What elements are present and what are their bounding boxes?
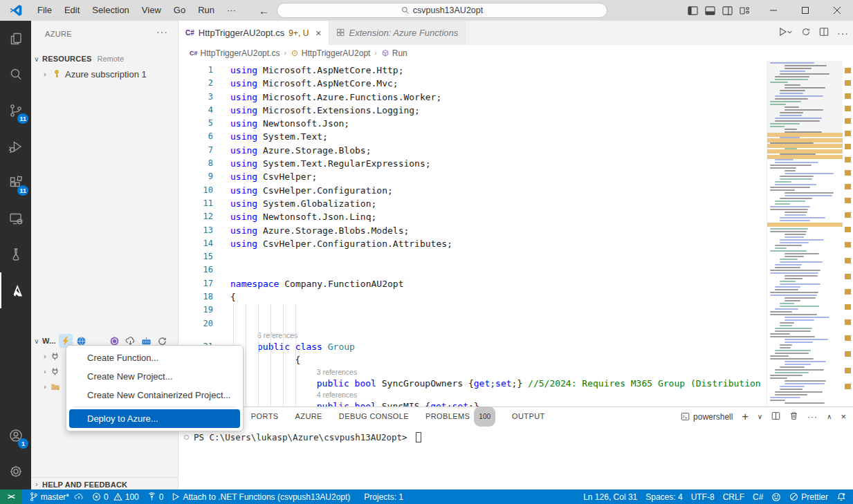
code-line[interactable]: 7using Azure.Storage.Blobs; — [178, 144, 767, 157]
code-line[interactable]: 21public class Group — [178, 340, 767, 353]
debug-target-item[interactable]: Attach to .NET Functions (csvpush13AU2op… — [167, 489, 354, 504]
code-line[interactable]: 4using Microsoft.Extensions.Logging; — [178, 104, 767, 117]
terminal-content[interactable]: PS C:\Users\lukasp\Azure\csvpush13AU2opt… — [184, 432, 421, 442]
menu-item-create-containerized-project[interactable]: Create New Containerized Project... — [69, 386, 240, 404]
overview-ruler[interactable] — [843, 61, 853, 407]
remote-indicator[interactable]: >< — [0, 489, 22, 504]
code-line[interactable]: 11using System.Globalization; — [178, 197, 767, 210]
code-line[interactable]: 1using Microsoft.AspNetCore.Http; — [178, 64, 767, 77]
terminal-dropdown-icon[interactable]: ∨ — [758, 413, 762, 420]
codelens-references[interactable]: 6 references — [178, 330, 767, 340]
code-line[interactable]: 12using Newtonsoft.Json.Linq; — [178, 210, 767, 223]
help-feedback-section[interactable]: › HELP AND FEEDBACK — [31, 477, 178, 489]
breadcrumb-class[interactable]: HttpTriggerAU2opt — [291, 48, 371, 58]
accounts-icon[interactable]: 1 — [0, 418, 31, 454]
explorer-icon[interactable] — [0, 21, 31, 57]
command-center-search[interactable]: csvpush13AU2opt — [277, 3, 607, 18]
menu-view[interactable]: View — [136, 0, 167, 21]
testing-icon[interactable] — [0, 236, 31, 272]
codelens-references[interactable]: 4 references — [178, 390, 767, 400]
feedback-item[interactable] — [767, 489, 785, 504]
problems-status-item[interactable]: 0 100 — [88, 489, 143, 504]
toggle-secondary-sidebar-icon[interactable] — [722, 6, 733, 16]
indentation-item[interactable]: Spaces: 4 — [641, 489, 686, 504]
tab-output[interactable]: OUTPUT — [504, 407, 553, 426]
code-line[interactable]: 22{ — [178, 353, 767, 366]
code-line[interactable]: 16 — [178, 263, 767, 277]
encoding-item[interactable]: UTF-8 — [687, 489, 719, 504]
run-file-icon[interactable] — [779, 27, 793, 39]
git-branch-item[interactable]: master* — [25, 489, 88, 504]
code-line[interactable]: 10using CsvHelper.Configuration; — [178, 184, 767, 197]
code-editor[interactable]: 1using Microsoft.AspNetCore.Http;2using … — [178, 61, 767, 407]
new-terminal-icon[interactable]: + — [742, 411, 748, 423]
ports-status-item[interactable]: 0 — [143, 489, 168, 504]
code-line[interactable]: 18{ — [178, 290, 767, 304]
nav-back-icon[interactable]: ← — [252, 5, 276, 17]
editor-more-actions-icon[interactable]: ··· — [837, 28, 849, 39]
tab-azure[interactable]: AZURE — [287, 407, 331, 426]
language-mode-item[interactable]: C# — [749, 489, 767, 504]
split-editor-icon[interactable] — [819, 27, 829, 39]
tab-extension-azure-functions[interactable]: Extension: Azure Functions — [329, 21, 466, 45]
search-view-icon[interactable] — [0, 57, 31, 93]
code-line[interactable]: 2using Microsoft.AspNetCore.Mvc; — [178, 77, 767, 90]
code-line[interactable]: 9using CsvHelper; — [178, 170, 767, 183]
tab-problems[interactable]: PROBLEMS100 — [417, 407, 504, 426]
eol-item[interactable]: CRLF — [719, 489, 749, 504]
breadcrumb-file[interactable]: C# HttpTriggerAU2opt.cs — [190, 48, 279, 58]
close-window-button[interactable] — [821, 0, 853, 21]
code-line[interactable]: 13using Azure.Storage.Blobs.Models; — [178, 224, 767, 237]
azure-view-icon[interactable] — [0, 272, 31, 308]
terminal-instance-item[interactable]: powershell — [681, 412, 733, 422]
notifications-item[interactable] — [832, 489, 853, 504]
codelens-references[interactable]: 3 references — [178, 367, 767, 377]
breadcrumb-method[interactable]: Run — [381, 48, 407, 58]
tab-ports[interactable]: PORTS — [243, 407, 287, 426]
toggle-sidebar-icon[interactable] — [688, 6, 698, 16]
code-line[interactable]: 24public bool SyncMIS {get;set;} — [178, 400, 767, 407]
azure-subscription-item[interactable]: › Azure subscription 1 — [31, 66, 178, 82]
maximize-button[interactable] — [789, 0, 821, 21]
compare-changes-icon[interactable] — [801, 27, 811, 39]
code-line[interactable]: 19 — [178, 304, 767, 317]
tab-httptrigger[interactable]: C# HttpTriggerAU2opt.cs 9+, U × — [178, 21, 329, 45]
menu-item-create-new-project[interactable]: Create New Project... — [69, 367, 240, 386]
minimap[interactable] — [767, 61, 843, 407]
split-terminal-icon[interactable] — [771, 411, 780, 422]
code-line[interactable]: 17namespace Company.FunctionAU2opt — [178, 277, 767, 290]
code-line[interactable]: 3using Microsoft.Azure.Functions.Worker; — [178, 91, 767, 104]
settings-gear-icon[interactable] — [0, 454, 31, 489]
menu-selection[interactable]: Selection — [86, 0, 135, 21]
customize-layout-icon[interactable] — [740, 6, 751, 16]
code-line[interactable]: 15 — [178, 250, 767, 263]
cursor-position-item[interactable]: Ln 126, Col 31 — [579, 489, 641, 504]
code-line[interactable]: 8using System.Text.RegularExpressions; — [178, 157, 767, 170]
extensions-icon[interactable]: 11 — [0, 165, 31, 200]
prettier-item[interactable]: Prettier — [785, 489, 832, 504]
remote-explorer-icon[interactable] — [0, 200, 31, 236]
menu-file[interactable]: File — [31, 0, 58, 21]
minimize-button[interactable] — [758, 0, 789, 21]
toggle-panel-icon[interactable] — [705, 6, 715, 16]
code-line[interactable]: 20 — [178, 317, 767, 330]
code-line[interactable]: 23public bool SyncGroupOwners {get;set;}… — [178, 377, 767, 390]
source-control-icon[interactable]: 11 — [0, 93, 31, 129]
menu-item-create-function[interactable]: Create Function... — [69, 348, 240, 367]
code-line[interactable]: 5using Newtonsoft.Json; — [178, 117, 767, 130]
menu-go[interactable]: Go — [167, 0, 192, 21]
panel-more-actions-icon[interactable]: ··· — [807, 412, 818, 422]
projects-status-item[interactable]: Projects: 1 — [360, 489, 407, 504]
maximize-panel-icon[interactable]: ∧ — [827, 413, 832, 420]
menu-edit[interactable]: Edit — [58, 0, 86, 21]
menu-item-deploy-to-azure[interactable]: Deploy to Azure... — [69, 409, 240, 428]
close-panel-icon[interactable]: × — [841, 411, 846, 422]
code-line[interactable]: 14using CsvHelper.Configuration.Attribut… — [178, 237, 767, 250]
menu-more[interactable]: ··· — [221, 0, 242, 21]
tab-debug-console[interactable]: DEBUG CONSOLE — [331, 407, 417, 426]
resources-section-header[interactable]: ∨ RESOURCES Remote — [31, 51, 178, 66]
sidebar-more-actions-icon[interactable]: ··· — [156, 26, 168, 37]
close-tab-icon[interactable]: × — [315, 28, 321, 39]
kill-terminal-icon[interactable] — [789, 411, 798, 422]
run-debug-icon[interactable] — [0, 129, 31, 165]
